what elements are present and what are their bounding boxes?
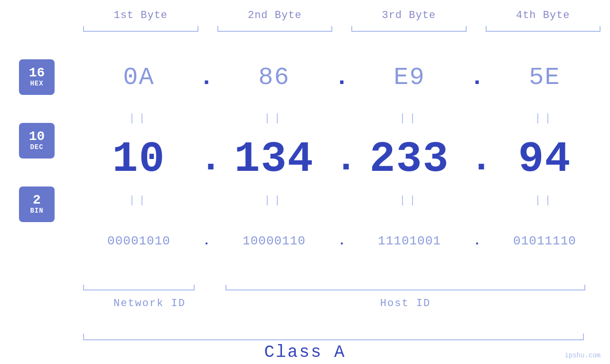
network-id-label: Network ID: [83, 298, 216, 309]
byte3-header: 3rd Byte: [342, 9, 476, 21]
dec-row: 10 . 134 . 233 . 94: [74, 127, 610, 192]
bin-label: BIN: [30, 207, 43, 215]
bin-row: 00001010 . 10000110 . 11101001 . 0101111…: [74, 209, 610, 274]
dec-b3: 233: [349, 135, 470, 184]
content-area: 16 HEX 10 DEC 2 BIN 0A . 86 . E9 . 5E: [0, 45, 610, 274]
host-id-label: Host ID: [225, 298, 585, 309]
dec-badge: 10 DEC: [19, 123, 55, 159]
dec-label: DEC: [30, 143, 43, 151]
bracket-top-4: [481, 26, 606, 36]
dot-bin-1: .: [199, 234, 214, 248]
hex-number: 16: [29, 66, 45, 80]
top-brackets: [0, 26, 610, 36]
dec-b4: 94: [484, 135, 605, 184]
dot-dec-1: .: [199, 138, 214, 181]
hex-b3: E9: [349, 64, 470, 92]
byte-headers: 1st Byte 2nd Byte 3rd Byte 4th Byte: [0, 0, 610, 26]
bin-number: 2: [33, 194, 41, 207]
hex-b2: 86: [214, 64, 335, 92]
dot-bin-2: .: [335, 234, 349, 248]
equals-5: ||: [78, 195, 199, 206]
class-bracket-row: [0, 331, 610, 340]
byte2-header: 2nd Byte: [208, 9, 342, 21]
equals-row-1: || || || ||: [74, 110, 610, 127]
bracket-top-3: [347, 26, 471, 36]
bracket-top-1: [78, 26, 203, 36]
dot-hex-1: .: [199, 64, 214, 91]
bracket-top-2: [213, 26, 338, 36]
bottom-section: Network ID Host ID: [0, 274, 610, 331]
equals-3: ||: [349, 112, 470, 124]
hex-badge: 16 HEX: [19, 59, 55, 95]
dot-dec-2: .: [335, 138, 349, 181]
dot-hex-2: .: [335, 64, 349, 91]
hex-b1: 0A: [78, 64, 199, 92]
byte1-header: 1st Byte: [74, 9, 208, 21]
dec-number: 10: [29, 130, 45, 143]
main-container: 1st Byte 2nd Byte 3rd Byte 4th Byte 16 H…: [0, 0, 610, 364]
left-labels: 16 HEX 10 DEC 2 BIN: [0, 45, 74, 274]
equals-6: ||: [214, 195, 335, 206]
bin-b2: 10000110: [214, 234, 335, 248]
hex-b4: 5E: [484, 64, 605, 92]
class-bracket: [83, 331, 584, 340]
dot-hex-3: .: [470, 64, 484, 91]
bytes-grid: 0A . 86 . E9 . 5E || || || || 10: [74, 45, 610, 274]
equals-1: ||: [78, 112, 199, 124]
dot-dec-3: .: [470, 138, 484, 181]
hex-row: 0A . 86 . E9 . 5E: [74, 45, 610, 110]
hex-label: HEX: [30, 80, 43, 87]
class-a-label: Class A: [264, 343, 346, 362]
dec-b2: 134: [214, 135, 335, 184]
watermark: ipshu.com: [564, 352, 601, 359]
dot-bin-3: .: [470, 234, 484, 248]
class-a-row: Class A: [264, 340, 346, 364]
bin-b1: 00001010: [78, 234, 199, 248]
bin-b4: 01011110: [484, 234, 605, 248]
equals-7: ||: [349, 195, 470, 206]
byte4-header: 4th Byte: [476, 9, 610, 21]
bin-badge: 2 BIN: [19, 187, 55, 222]
dec-b1: 10: [78, 135, 199, 184]
equals-8: ||: [484, 195, 605, 206]
equals-2: ||: [214, 112, 335, 124]
equals-row-2: || || || ||: [74, 192, 610, 209]
bin-b3: 11101001: [349, 234, 470, 248]
equals-4: ||: [484, 112, 605, 124]
